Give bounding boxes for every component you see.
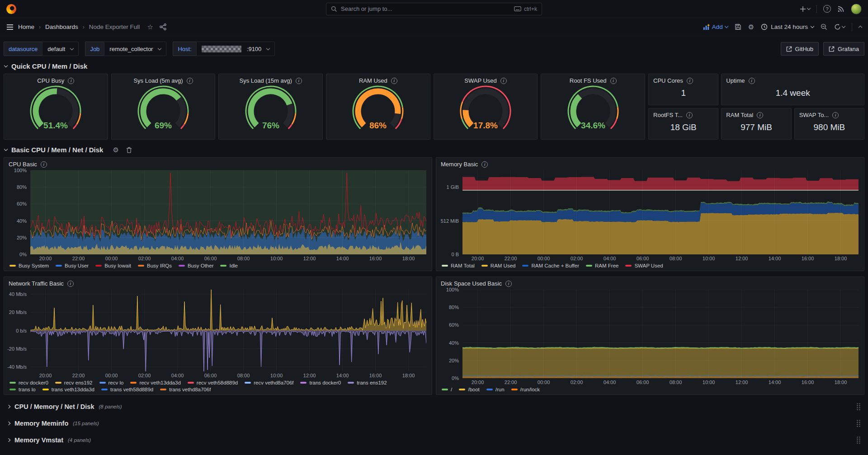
variable-value-dropdown[interactable]: remote_collector xyxy=(104,42,166,56)
panel-title[interactable]: CPU Basici xyxy=(4,158,432,169)
variable-datasource[interactable]: datasourcedefault xyxy=(4,42,79,56)
legend-item[interactable]: recv veth13dda3d xyxy=(130,380,180,385)
info-icon[interactable]: i xyxy=(481,161,488,168)
row-drag-handle[interactable] xyxy=(856,403,861,411)
legend-item[interactable]: /boot xyxy=(459,387,480,392)
search-input[interactable]: Search or jump to... ctrl+k xyxy=(326,3,542,15)
legend-item[interactable]: trans vethd8a706f xyxy=(160,387,211,392)
info-icon[interactable]: i xyxy=(505,281,512,287)
dashboard-link-github[interactable]: GitHub xyxy=(781,42,819,56)
legend-item[interactable]: Busy User xyxy=(56,263,89,268)
panel-title[interactable]: RAM Usedi xyxy=(354,74,402,85)
collapsed-row-memory-vmstat[interactable]: Memory Vmstat(4 panels) xyxy=(4,434,864,446)
legend-item[interactable]: RAM Used xyxy=(481,263,516,268)
legend-item[interactable]: /run/lock xyxy=(511,387,540,392)
info-icon[interactable]: i xyxy=(296,78,302,84)
trash-icon[interactable] xyxy=(126,147,132,153)
legend-item[interactable]: RAM Total xyxy=(442,263,475,268)
legend-item[interactable]: / xyxy=(442,387,452,392)
stat-panel-uptime: Uptimei1.4 week xyxy=(721,74,864,105)
zoom-out-time-button[interactable] xyxy=(821,23,827,30)
help-button[interactable]: ? xyxy=(823,5,831,13)
variable-job[interactable]: Jobremote_collector xyxy=(85,42,166,56)
legend-item[interactable]: Busy Other xyxy=(179,263,214,268)
news-button[interactable] xyxy=(837,5,844,13)
legend-item[interactable]: Busy IRQs xyxy=(138,263,172,268)
collapse-toolbar-button[interactable] xyxy=(859,25,862,29)
panel-title[interactable]: SWAP Usedi xyxy=(460,74,511,85)
variable-host[interactable]: Host::9100 xyxy=(173,42,275,56)
breadcrumb-home[interactable]: Home xyxy=(18,23,34,30)
panel-title[interactable]: Uptimei xyxy=(722,74,864,85)
variable-value-dropdown[interactable]: :9100 xyxy=(196,42,275,56)
panel-title[interactable]: Network Traffic Basici xyxy=(4,277,432,288)
info-icon[interactable]: i xyxy=(749,78,755,84)
user-avatar[interactable] xyxy=(851,4,862,14)
info-icon[interactable]: i xyxy=(187,78,193,84)
redacted-host-value xyxy=(202,46,241,52)
legend-item[interactable]: recv ens192 xyxy=(55,380,93,385)
legend-item[interactable]: trans veth13dda3d xyxy=(42,387,94,392)
info-icon[interactable]: i xyxy=(391,78,397,84)
info-icon[interactable]: i xyxy=(67,281,74,287)
variable-value-dropdown[interactable]: default xyxy=(42,42,79,56)
legend-item[interactable]: recv lo xyxy=(99,380,124,385)
row-settings-icon[interactable]: ⚙ xyxy=(113,146,118,153)
panel-title[interactable]: RootFS T...i xyxy=(649,108,718,119)
info-icon[interactable]: i xyxy=(687,78,693,84)
dashboard-link-grafana[interactable]: Grafana xyxy=(823,42,864,56)
legend-item[interactable]: trans veth58d889d xyxy=(101,387,153,392)
plot-area[interactable]: 20:0022:0000:0002:0004:0006:0008:0010:00… xyxy=(462,170,859,262)
legend-item[interactable]: recv docker0 xyxy=(9,380,48,385)
panel-title[interactable]: Memory Basici xyxy=(436,158,864,169)
collapsed-row-cpu-memory-net-disk[interactable]: CPU / Memory / Net / Disk(8 panels) xyxy=(4,400,864,413)
plot-area[interactable]: 20:0022:0000:0002:0004:0006:0008:0010:00… xyxy=(462,290,859,385)
row-drag-handle[interactable] xyxy=(856,419,861,427)
favorite-star-icon[interactable]: ☆ xyxy=(147,23,153,30)
info-icon[interactable]: i xyxy=(41,161,47,168)
panel-title[interactable]: RAM Totali xyxy=(722,108,791,119)
save-dashboard-button[interactable] xyxy=(735,23,741,30)
legend-item[interactable]: Busy System xyxy=(9,263,49,268)
grafana-logo-icon[interactable] xyxy=(6,4,16,14)
legend-item[interactable]: /run xyxy=(486,387,505,392)
legend-item[interactable]: SWAP Used xyxy=(625,263,663,268)
panel-title[interactable]: Sys Load (5m avg)i xyxy=(129,74,197,85)
add-panel-button[interactable]: Add xyxy=(703,23,728,30)
mega-menu-button[interactable] xyxy=(6,24,14,30)
info-icon[interactable]: i xyxy=(500,78,507,84)
info-icon[interactable]: i xyxy=(757,112,763,118)
info-icon[interactable]: i xyxy=(68,78,74,84)
legend-item[interactable]: RAM Cache + Buffer xyxy=(522,263,579,268)
panel-title[interactable]: SWAP To...i xyxy=(795,108,864,119)
legend-item[interactable]: trans ens192 xyxy=(348,380,387,385)
breadcrumb-dashboards[interactable]: Dashboards xyxy=(45,23,78,30)
dashboard-settings-button[interactable]: ⚙ xyxy=(748,23,754,30)
panel-title[interactable]: Root FS Usedi xyxy=(565,74,621,85)
legend-item[interactable]: recv vethd8a706f xyxy=(245,380,293,385)
legend-item[interactable]: recv veth58d889d xyxy=(188,380,238,385)
legend-item[interactable]: trans docker0 xyxy=(300,380,341,385)
legend-item[interactable]: Busy Iowait xyxy=(95,263,131,268)
refresh-button[interactable] xyxy=(834,23,845,30)
panel-title[interactable]: Disk Space Used Basici xyxy=(436,277,864,288)
panel-title[interactable]: CPU Busyi xyxy=(33,74,79,85)
plot-area[interactable]: 20:0022:0000:0002:0004:0006:0008:0010:00… xyxy=(30,170,426,262)
panel-title[interactable]: CPU Coresi xyxy=(649,74,718,85)
row-header-quick[interactable]: Quick CPU / Mem / Disk xyxy=(5,62,864,70)
time-range-picker[interactable]: Last 24 hours xyxy=(761,23,814,30)
plot-area[interactable]: 20:0022:0000:0002:0004:0006:0008:0010:00… xyxy=(30,290,426,379)
share-icon[interactable] xyxy=(160,23,166,30)
keyboard-icon xyxy=(514,6,521,11)
new-button[interactable] xyxy=(800,6,810,12)
info-icon[interactable]: i xyxy=(832,112,839,118)
row-header-basic[interactable]: Basic CPU / Mem / Net / Disk ⚙ xyxy=(5,146,864,154)
collapsed-row-memory-meminfo[interactable]: Memory Meminfo(15 panels) xyxy=(4,417,864,430)
legend-item[interactable]: RAM Free xyxy=(586,263,618,268)
legend-item[interactable]: trans lo xyxy=(9,387,36,392)
row-drag-handle[interactable] xyxy=(856,436,861,444)
legend-item[interactable]: Idle xyxy=(220,263,238,268)
info-icon[interactable]: i xyxy=(686,112,693,118)
panel-title[interactable]: Sys Load (15m avg)i xyxy=(235,74,307,85)
info-icon[interactable]: i xyxy=(610,78,617,84)
